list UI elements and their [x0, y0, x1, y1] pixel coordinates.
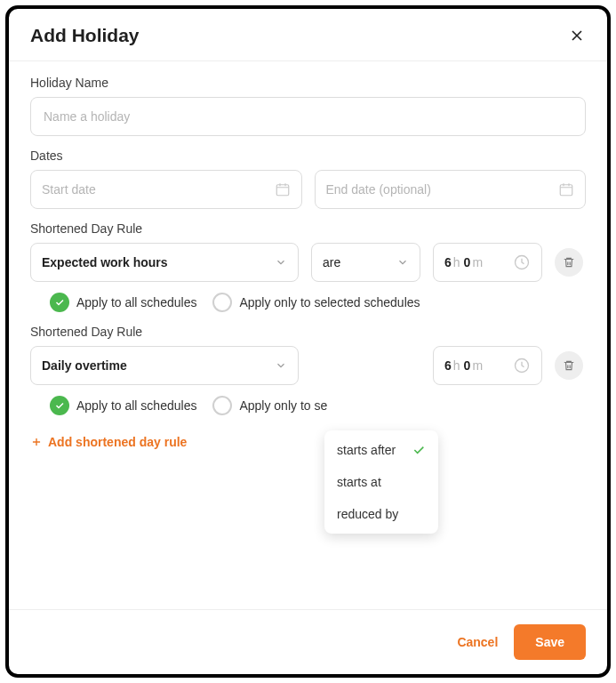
dropdown-option-starts-at[interactable]: starts at [324, 466, 438, 498]
trash-icon [563, 256, 575, 269]
start-date-input[interactable]: Start date [30, 170, 302, 209]
clock-icon [513, 253, 531, 271]
rule-type-select-2[interactable]: Daily overtime [30, 346, 299, 385]
clock-icon [513, 357, 531, 374]
holiday-name-input[interactable] [30, 97, 586, 136]
calendar-icon [275, 181, 291, 197]
cancel-button[interactable]: Cancel [457, 635, 498, 649]
rule-label-1: Shortened Day Rule [30, 221, 586, 236]
dropdown-option-label: reduced by [337, 507, 398, 521]
minutes-value: 0 [464, 358, 471, 373]
apply-selected-label: Apply only to selected schedules [239, 295, 420, 309]
rule-time-input-1[interactable]: 6 h 0 m [433, 243, 542, 282]
end-date-placeholder: End date (optional) [326, 182, 431, 197]
apply-selected-radio-1[interactable]: Apply only to selected schedules [212, 293, 420, 312]
dropdown-option-reduced-by[interactable]: reduced by [324, 498, 438, 530]
apply-selected-label: Apply only to se [239, 398, 327, 413]
svg-rect-0 [276, 185, 289, 196]
dropdown-option-label: starts at [337, 475, 381, 489]
check-icon [412, 443, 426, 457]
hours-value: 6 [444, 358, 452, 373]
apply-all-label: Apply to all schedules [76, 398, 196, 413]
holiday-name-label: Holiday Name [30, 76, 586, 90]
delete-rule-button-2[interactable] [555, 351, 583, 380]
radio-unchecked-icon [212, 396, 232, 415]
apply-selected-radio-2[interactable]: Apply only to se [212, 396, 327, 415]
apply-all-label: Apply to all schedules [76, 295, 196, 309]
plus-icon [30, 436, 43, 448]
svg-rect-1 [560, 185, 572, 196]
apply-all-radio-1[interactable]: Apply to all schedules [50, 293, 196, 312]
rule-type-value: Daily overtime [42, 358, 127, 373]
apply-all-radio-2[interactable]: Apply to all schedules [50, 396, 196, 415]
save-button[interactable]: Save [514, 624, 586, 660]
rule-type-value: Expected work hours [42, 255, 168, 269]
rule-time-input-2[interactable]: 6 h 0 m [433, 346, 542, 385]
minutes-value: 0 [464, 255, 471, 269]
rule-type-select-1[interactable]: Expected work hours [30, 243, 299, 282]
minutes-unit: m [472, 358, 483, 373]
dropdown-option-label: starts after [337, 443, 396, 457]
start-date-placeholder: Start date [42, 182, 96, 197]
radio-checked-icon [50, 293, 69, 312]
radio-checked-icon [50, 396, 69, 415]
minutes-unit: m [472, 255, 483, 269]
rule-label-2: Shortened Day Rule [30, 325, 586, 339]
condition-dropdown: starts after starts at reduced by [324, 430, 438, 534]
radio-unchecked-icon [212, 293, 232, 312]
dates-label: Dates [30, 149, 586, 163]
dropdown-option-starts-after[interactable]: starts after [324, 434, 438, 466]
hours-value: 6 [444, 255, 452, 269]
hours-unit: h [453, 255, 460, 269]
calendar-icon [558, 181, 574, 197]
add-rule-button[interactable]: Add shortened day rule [30, 435, 586, 449]
trash-icon [563, 359, 575, 372]
end-date-input[interactable]: End date (optional) [315, 170, 587, 209]
chevron-down-icon [275, 359, 287, 372]
rule-condition-select-1[interactable]: are [311, 243, 420, 282]
chevron-down-icon [396, 256, 409, 269]
chevron-down-icon [275, 256, 287, 269]
rule-condition-value: are [323, 255, 340, 269]
modal-title: Add Holiday [30, 25, 140, 46]
add-rule-label: Add shortened day rule [48, 435, 187, 449]
close-button[interactable] [568, 27, 586, 44]
hours-unit: h [453, 358, 460, 373]
close-icon [568, 27, 586, 44]
delete-rule-button-1[interactable] [555, 248, 583, 277]
